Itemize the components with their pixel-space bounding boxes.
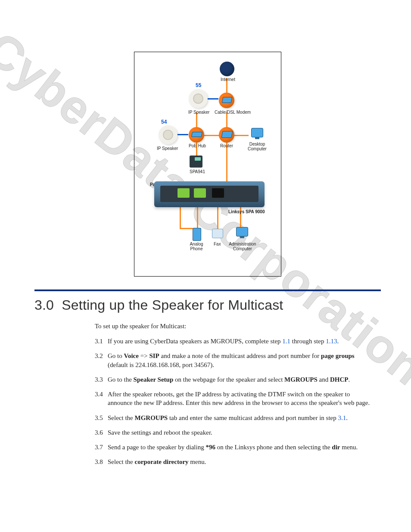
xref-link[interactable]: 3.1 bbox=[338, 414, 346, 421]
step-item: 3.7Send a page to the speaker by dialing… bbox=[95, 443, 372, 451]
label-poe-hub: PoE Hub bbox=[189, 143, 206, 148]
step-number: 3.1 bbox=[95, 337, 103, 345]
label-linksys-spa9000: Linksys SPA 9000 bbox=[228, 209, 265, 214]
label-admin-computer: Administration Computer bbox=[227, 242, 258, 251]
callout-55: 55 bbox=[196, 82, 201, 88]
step-number: 3.8 bbox=[95, 457, 103, 466]
step-number: 3.2 bbox=[95, 352, 103, 360]
label-spa941: SPA941 bbox=[190, 169, 205, 174]
step-item: 3.6Save the settings and reboot the spea… bbox=[95, 428, 372, 437]
step-item: 3.8Select the corporate directory menu. bbox=[95, 457, 372, 466]
step-text: Go to Voice => SIP and make a note of th… bbox=[108, 352, 355, 368]
step-item: 3.4After the speaker reboots, get the IP… bbox=[95, 390, 372, 408]
section-title: Setting up the Speaker for Multicast bbox=[62, 297, 283, 313]
step-text: After the speaker reboots, get the IP ad… bbox=[108, 391, 370, 406]
label-ip-speaker-left: IP Speaker bbox=[157, 146, 178, 151]
step-number: 3.7 bbox=[95, 443, 103, 451]
step-number: 3.6 bbox=[95, 428, 103, 437]
section-number: 3.0 bbox=[34, 297, 54, 313]
step-text: Send a page to the speaker by dialing *9… bbox=[108, 444, 358, 451]
step-number: 3.4 bbox=[95, 390, 103, 398]
xref-link[interactable]: 1.13 bbox=[326, 338, 337, 345]
step-text: Select the corporate directory menu. bbox=[108, 458, 206, 465]
label-desktop-computer: Desktop Computer bbox=[246, 142, 269, 151]
label-router: Router bbox=[220, 143, 233, 148]
step-item: 3.2Go to Voice => SIP and make a note of… bbox=[95, 352, 372, 369]
step-item: 3.5Select the MGROUPS tab and enter the … bbox=[95, 414, 372, 422]
label-cable-modem: Cable/DSL Modem bbox=[215, 110, 251, 115]
steps-list: 3.1If you are using CyberData speakers a… bbox=[95, 337, 381, 467]
step-item: 3.3Go to the Speaker Setup on the webpag… bbox=[95, 375, 372, 384]
step-text: Select the MGROUPS tab and enter the sam… bbox=[108, 414, 348, 421]
label-analog-phone: Analog Phone bbox=[187, 242, 206, 251]
label-ip-speaker-top: IP Speaker bbox=[188, 110, 209, 115]
step-item: 3.1If you are using CyberData speakers a… bbox=[95, 337, 372, 345]
step-text: Go to the Speaker Setup on the webpage f… bbox=[108, 376, 350, 383]
label-fax: Fax bbox=[214, 242, 221, 246]
section-heading: 3.0 Setting up the Speaker for Multicast bbox=[34, 297, 381, 313]
step-number: 3.5 bbox=[95, 414, 103, 422]
xref-link[interactable]: 1.1 bbox=[282, 338, 290, 345]
callout-54: 54 bbox=[161, 119, 167, 125]
section-divider bbox=[34, 289, 381, 291]
label-internet: Internet bbox=[221, 77, 235, 82]
step-number: 3.3 bbox=[95, 375, 103, 384]
step-text: Save the settings and reboot the speaker… bbox=[108, 429, 212, 436]
network-diagram: 55 54 Internet Cable/DSL Modem IP Speake… bbox=[134, 52, 281, 277]
step-text: If you are using CyberData speakers as M… bbox=[108, 338, 339, 345]
section-intro: To set up the speaker for Multicast: bbox=[95, 323, 381, 330]
